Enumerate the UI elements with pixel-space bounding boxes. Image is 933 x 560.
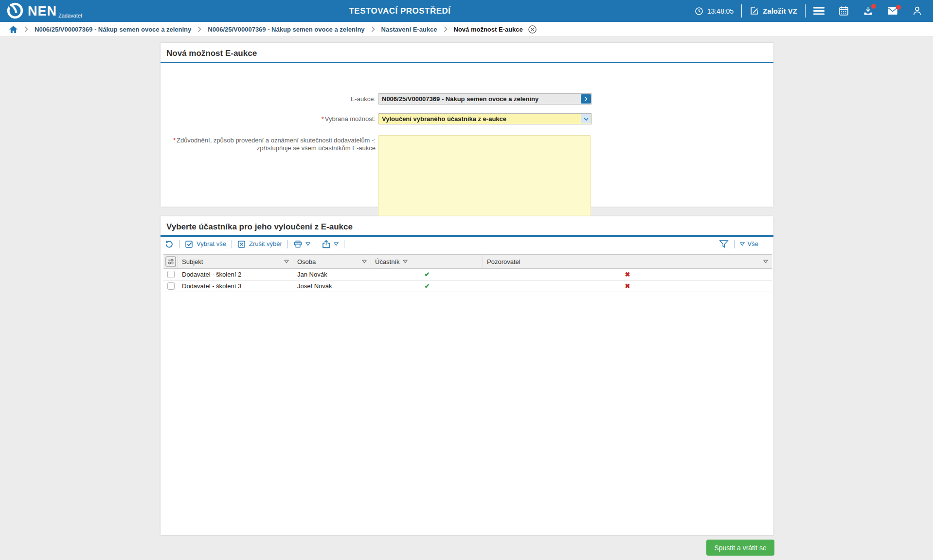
messages-button[interactable] [887, 7, 898, 15]
downloads-button[interactable] [863, 6, 873, 16]
create-vz-label: Založit VZ [763, 7, 797, 15]
column-label: Subjekt [182, 258, 203, 265]
eaukce-label: E-aukce: [142, 93, 376, 105]
checkbox-checked-icon [185, 240, 194, 248]
toolbar-divider [344, 240, 344, 248]
close-icon[interactable] [528, 25, 537, 34]
justification-label: *Zdůvodnění, způsob provedení a oznámení… [142, 135, 376, 152]
cell-subjekt: Dodavatel - školení 2 [178, 271, 293, 278]
table-row[interactable]: Dodavatel - školení 2 Jan Novák ✔ ✖ [163, 269, 772, 280]
toolbar-divider [287, 240, 288, 248]
participants-table: Subjekt Osoba Účastník Pozorovatel [163, 254, 772, 292]
clock-icon [695, 7, 703, 16]
cell-osoba: Jan Novák [293, 271, 371, 278]
home-icon[interactable] [9, 25, 18, 34]
select-all-label: Vybrat vše [197, 240, 226, 248]
printer-icon [293, 240, 303, 249]
sort-caret-icon[interactable] [284, 260, 289, 263]
environment-banner: TESTOVACÍ PROSTŘEDÍ [349, 0, 450, 22]
header-divider [805, 4, 806, 18]
export-icon [322, 240, 331, 249]
sort-caret-icon[interactable] [403, 260, 408, 263]
caret-down-icon [305, 242, 310, 246]
cell-osoba: Josef Novák [293, 282, 371, 290]
row-checkbox[interactable] [167, 271, 175, 278]
chevron-right-icon [371, 26, 375, 32]
table-row[interactable]: Dodavatel - školení 3 Josef Novák ✔ ✖ [163, 280, 772, 292]
breadcrumb-item-vz-1[interactable]: N006/25/V00007369 - Nákup semen ovoce a … [35, 26, 191, 33]
sort-caret-icon[interactable] [763, 260, 768, 263]
refresh-icon [164, 240, 174, 249]
row-checkbox[interactable] [167, 282, 175, 290]
chevron-right-icon [24, 26, 28, 32]
caret-down-icon [740, 242, 745, 246]
cross-icon: ✖ [625, 271, 630, 278]
clear-selection-button[interactable]: Zrušit výběr [237, 240, 282, 248]
select-all-button[interactable]: Vybrat vše [185, 240, 226, 248]
cell-subjekt: Dodavatel - školení 3 [178, 282, 293, 290]
brand-subtitle: Zadavatel [58, 13, 82, 18]
calendar-icon [839, 6, 849, 16]
user-button[interactable] [912, 6, 922, 16]
edit-icon [750, 6, 759, 16]
filter-button[interactable] [719, 240, 729, 248]
header-actions: 13:48:05 Založit VZ [695, 0, 922, 22]
chevron-right-icon [197, 26, 201, 32]
chevron-right-icon [444, 26, 448, 32]
notification-dot [871, 4, 876, 9]
menu-button[interactable] [813, 7, 825, 15]
eaukce-field[interactable]: N006/25/V00007369 - Nákup semen ovoce a … [378, 93, 592, 105]
calendar-button[interactable] [839, 6, 849, 16]
time-text: 13:48:05 [707, 7, 734, 15]
chevron-down-icon [583, 116, 590, 122]
dropdown-button[interactable] [581, 114, 591, 123]
column-header-osoba[interactable]: Osoba [293, 255, 371, 268]
filter-funnel-icon [719, 240, 729, 248]
breadcrumb-item-vz-2[interactable]: N006/25/V00007369 - Nákup semen ovoce a … [208, 26, 364, 33]
chevron-right-icon [583, 96, 589, 102]
toolbar-divider [764, 240, 764, 248]
column-settings-button[interactable] [163, 255, 178, 268]
check-icon: ✔ [425, 271, 430, 278]
create-vz-button[interactable]: Založit VZ [750, 6, 797, 16]
filter-scope-button[interactable]: Vše [740, 240, 758, 248]
selected-option-label: *Vybraná možnost: [142, 113, 376, 124]
header-icon-group [813, 6, 922, 16]
breadcrumb-item-nastaveni[interactable]: Nastavení E-aukce [381, 26, 437, 33]
eaukce-value: N006/25/V00007369 - Nákup semen ovoce a … [382, 95, 538, 103]
refresh-button[interactable] [164, 240, 174, 249]
panel-title: Nová možnost E-aukce [161, 43, 773, 62]
table-header-row: Subjekt Osoba Účastník Pozorovatel [163, 254, 772, 269]
server-time: 13:48:05 [695, 7, 734, 16]
column-settings-icon [165, 256, 176, 267]
toolbar-divider [232, 240, 232, 248]
export-button[interactable] [322, 240, 339, 249]
panel-title: Vyberte účastníka pro jeho vyloučení z E… [161, 216, 773, 235]
checkbox-cross-icon [237, 240, 246, 248]
menu-icon [813, 7, 825, 15]
selected-option-select[interactable]: Vyloučení vybraného účastníka z e-aukce [378, 113, 592, 124]
check-icon: ✔ [425, 283, 430, 289]
user-icon [912, 6, 922, 16]
start-and-return-button[interactable]: Spustit a vrátit se [706, 540, 774, 556]
form-body: E-aukce: N006/25/V00007369 - Nákup semen… [161, 63, 773, 204]
sort-caret-icon[interactable] [362, 260, 367, 263]
column-header-pozorovatel[interactable]: Pozorovatel [483, 255, 772, 268]
column-header-subjekt[interactable]: Subjekt [178, 255, 293, 268]
nen-logo-icon [6, 1, 24, 20]
table-toolbar: Vybrat vše Zrušit výběr [164, 237, 770, 251]
column-label: Účastník [375, 258, 400, 265]
toolbar-divider [734, 240, 735, 248]
nen-logo[interactable]: NEN Zadavatel [6, 1, 82, 20]
justification-textarea[interactable] [378, 135, 591, 217]
column-header-ucastnik[interactable]: Účastník [371, 255, 483, 268]
print-button[interactable] [293, 240, 310, 249]
notification-dot [896, 5, 901, 10]
column-label: Pozorovatel [487, 258, 520, 265]
cross-icon: ✖ [625, 283, 630, 289]
open-detail-button[interactable] [581, 94, 591, 104]
header-divider [741, 4, 742, 18]
column-label: Osoba [297, 258, 316, 265]
clear-selection-label: Zrušit výběr [249, 240, 282, 248]
participants-panel: Vyberte účastníka pro jeho vyloučení z E… [161, 216, 773, 535]
